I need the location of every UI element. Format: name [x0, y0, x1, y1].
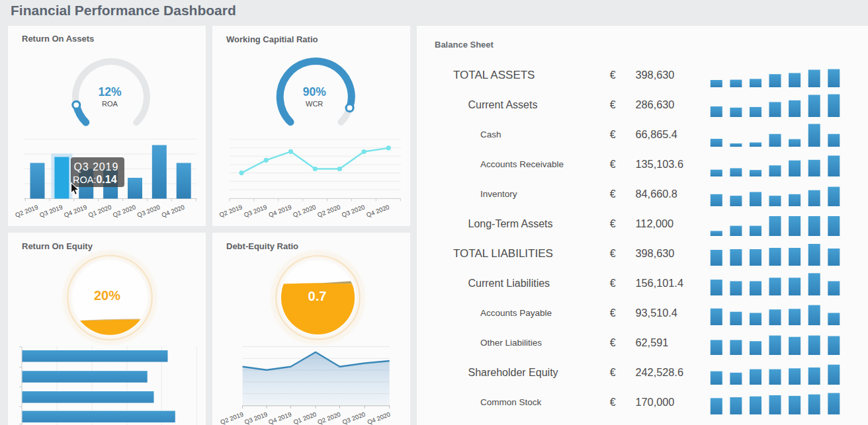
svg-text:€: €: [610, 159, 616, 170]
svg-text:€: €: [610, 307, 616, 319]
svg-text:Working Capitial Ratio: Working Capitial Ratio: [226, 34, 318, 44]
svg-text:135,103.6: 135,103.6: [636, 158, 683, 170]
svg-text:TOTAL ASSETS: TOTAL ASSETS: [453, 69, 535, 81]
svg-text:TOTAL LIABILITIES: TOTAL LIABILITIES: [453, 247, 553, 260]
svg-text:€: €: [610, 129, 616, 140]
svg-text:Financial Performance Dashboar: Financial Performance Dashboard: [11, 3, 236, 18]
svg-text:Accounts Payable: Accounts Payable: [480, 308, 552, 318]
svg-text:Balance Sheet: Balance Sheet: [435, 40, 494, 50]
svg-text:€: €: [610, 397, 616, 408]
svg-text:Cash: Cash: [480, 130, 501, 139]
svg-text:12%: 12%: [98, 85, 121, 98]
svg-text:Return On Assets: Return On Assets: [22, 34, 94, 44]
svg-text:398,630: 398,630: [636, 69, 675, 81]
svg-text:242,528.6: 242,528.6: [636, 366, 683, 378]
svg-text:Current Assets: Current Assets: [468, 99, 538, 110]
svg-text:€: €: [610, 218, 616, 229]
svg-text:Other Liabilities: Other Liabilities: [480, 338, 542, 348]
svg-text:398,630: 398,630: [636, 247, 675, 259]
svg-text:€: €: [610, 69, 616, 81]
svg-text:170,000: 170,000: [636, 396, 675, 408]
svg-text:20%: 20%: [94, 288, 120, 303]
svg-text:WCR: WCR: [306, 100, 323, 108]
svg-text:0.7: 0.7: [308, 289, 327, 303]
svg-text:€: €: [610, 99, 616, 110]
svg-text:Current Liabilities: Current Liabilities: [468, 278, 550, 289]
svg-text:Inventory: Inventory: [480, 189, 517, 199]
svg-text:€: €: [610, 248, 616, 259]
svg-text:156,101.4: 156,101.4: [636, 277, 683, 289]
svg-text:€: €: [610, 337, 616, 348]
svg-text:90%: 90%: [303, 85, 326, 98]
svg-text:€: €: [610, 278, 616, 289]
svg-text:Q3 2019: Q3 2019: [74, 161, 119, 173]
svg-text:€: €: [610, 367, 616, 378]
svg-text:112,000: 112,000: [636, 217, 674, 229]
svg-text:ROA: ROA: [102, 100, 118, 108]
svg-text:84,660.8: 84,660.8: [636, 188, 677, 200]
svg-text:Return On Equity: Return On Equity: [22, 241, 93, 251]
svg-text:66,865.4: 66,865.4: [636, 128, 677, 140]
svg-text:Debt-Equity Ratio: Debt-Equity Ratio: [226, 241, 298, 251]
svg-text:Shareholder Equity: Shareholder Equity: [468, 367, 558, 378]
svg-text:Accounts Receivable: Accounts Receivable: [480, 159, 564, 169]
svg-text:286,630: 286,630: [636, 98, 675, 110]
svg-text:Long-Term Assets: Long-Term Assets: [468, 218, 553, 229]
svg-text:93,510.4: 93,510.4: [636, 307, 677, 319]
svg-text:ROA:0.14: ROA:0.14: [73, 174, 117, 185]
svg-text:Common Stock: Common Stock: [480, 397, 542, 407]
svg-text:€: €: [610, 188, 616, 200]
svg-text:62,591: 62,591: [636, 336, 669, 348]
